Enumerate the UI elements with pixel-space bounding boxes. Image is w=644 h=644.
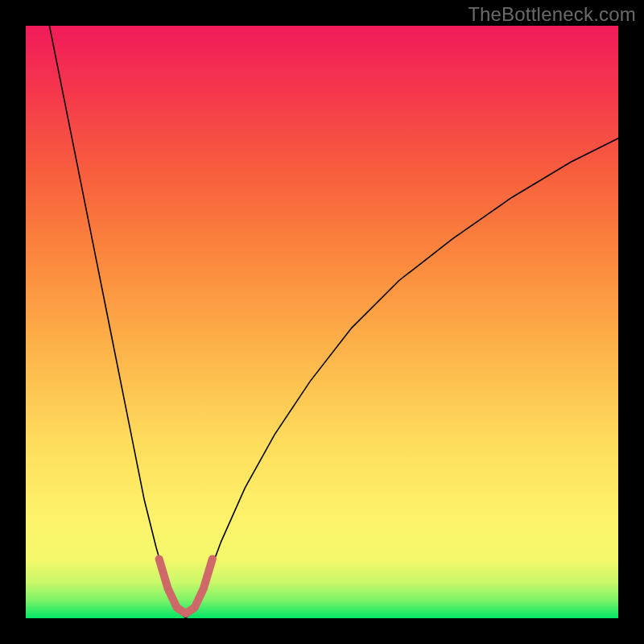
chart-svg xyxy=(26,26,618,618)
gradient-background xyxy=(26,26,618,618)
plot-area xyxy=(26,26,618,618)
chart-frame: TheBottleneck.com xyxy=(0,0,644,644)
watermark-text: TheBottleneck.com xyxy=(468,3,636,26)
